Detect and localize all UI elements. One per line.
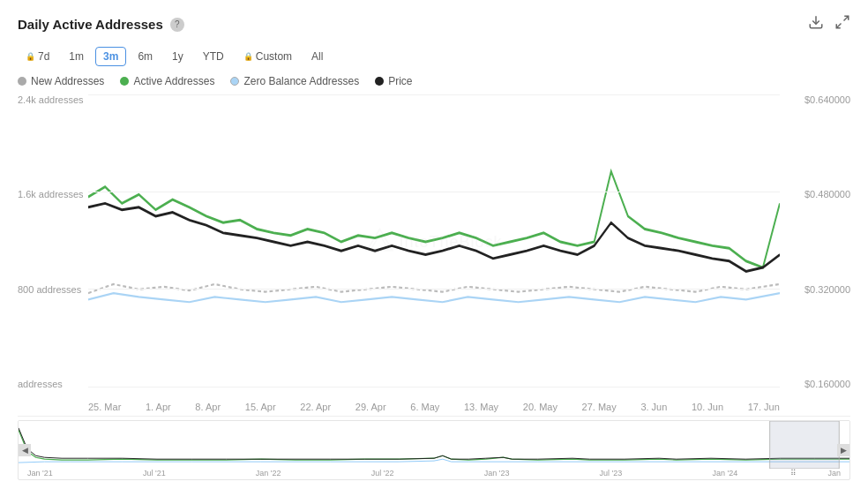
help-icon[interactable]: ? [170,18,184,32]
chart-title: Daily Active Addresses [18,17,163,32]
legend-dot-zero [230,77,239,86]
main-chart: 2.4k addresses 1.6k addresses 800 addres… [18,94,850,417]
grid-line-mid1 [88,192,780,192]
legend-dot-price [375,77,384,86]
y-axis-right: $0.640000 $0.480000 $0.320000 $0.160000 [804,94,850,389]
main-container: Daily Active Addresses ? 🔒 7d 1m 3m 6m 1… [0,0,868,489]
scrubber-handle[interactable]: ⠿ [790,469,797,478]
legend-dot-active [120,77,129,86]
chart-svg-wrapper: IntoTheBlock [88,94,780,389]
lock-icon-custom: 🔒 [243,52,253,61]
header-row: Daily Active Addresses ? [18,14,850,34]
svg-rect-6 [770,421,840,469]
mini-chart-svg [19,421,849,469]
main-chart-svg [88,94,780,389]
legend-active-addresses[interactable]: Active Addresses [120,75,214,87]
mini-navigator-chart[interactable]: Jan '21 Jul '21 Jan '22 Jul '22 Jan '23 … [18,420,850,480]
download-icon[interactable] [808,14,824,34]
legend-new-addresses[interactable]: New Addresses [18,75,104,87]
time-filters: 🔒 7d 1m 3m 6m 1y YTD 🔒 Custom All [18,47,850,66]
filter-7d[interactable]: 🔒 7d [18,47,57,66]
lock-icon-7d: 🔒 [26,52,35,61]
filter-6m[interactable]: 6m [130,47,161,66]
expand-icon[interactable] [834,14,850,34]
svg-line-2 [836,24,841,28]
legend-dot-new [18,77,26,86]
mini-x-labels: Jan '21 Jul '21 Jan '22 Jul '22 Jan '23 … [27,469,841,478]
nav-arrow-right[interactable]: ▶ [837,444,849,456]
title-group: Daily Active Addresses ? [18,17,184,32]
nav-arrow-left[interactable]: ◀ [19,444,31,456]
filter-1y[interactable]: 1y [164,47,191,66]
grid-line-mid2 [88,289,780,290]
legend-price[interactable]: Price [375,75,412,87]
filter-ytd[interactable]: YTD [195,47,232,66]
filter-all[interactable]: All [303,47,331,66]
grid-line-bottom [88,387,780,387]
filter-custom[interactable]: 🔒 Custom [236,47,300,66]
svg-line-1 [844,16,849,20]
grid-line-top [88,94,780,95]
chart-area: 2.4k addresses 1.6k addresses 800 addres… [18,94,850,480]
legend-zero-balance[interactable]: Zero Balance Addresses [230,75,359,87]
y-axis-left: 2.4k addresses 1.6k addresses 800 addres… [18,94,84,389]
header-actions [808,14,850,34]
legend-row: New Addresses Active Addresses Zero Bala… [18,75,850,87]
filter-1m[interactable]: 1m [61,47,92,66]
x-axis-labels: 25. Mar 1. Apr 8. Apr 15. Apr 22. Apr 29… [88,402,780,412]
filter-3m[interactable]: 3m [95,47,126,66]
